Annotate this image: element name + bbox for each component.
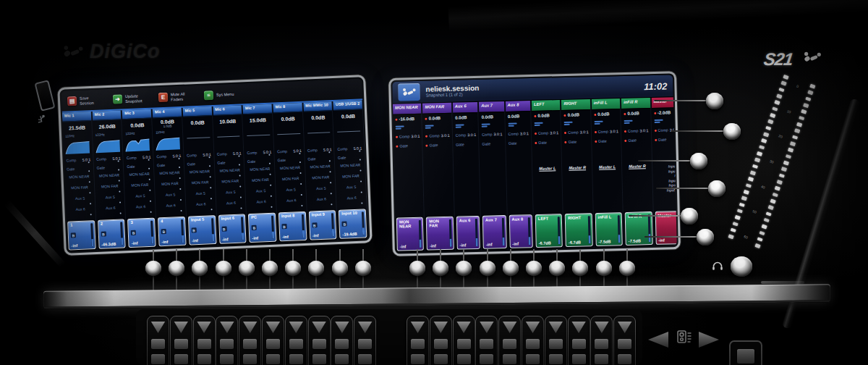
mute-button[interactable] bbox=[266, 339, 280, 349]
eq-display[interactable]: 110Hz bbox=[155, 130, 182, 152]
option-button[interactable] bbox=[737, 349, 754, 364]
channel-name[interactable]: inFill L bbox=[592, 98, 621, 109]
select-arrow-button[interactable] bbox=[479, 321, 494, 334]
select-arrow-button[interactable] bbox=[571, 321, 587, 334]
select-arrow-button[interactable] bbox=[219, 321, 234, 334]
toolbar-button-update-snapshot[interactable]: ➜Update Snapshot bbox=[113, 93, 149, 104]
channel-gain[interactable]: 0.0dB bbox=[532, 111, 561, 121]
send-row-aux-5[interactable]: Aux 5 bbox=[247, 187, 276, 199]
assignable-encoder-knob[interactable] bbox=[706, 93, 723, 109]
send-row-aux-6[interactable]: Aux 6 bbox=[217, 198, 246, 211]
send-row-mon-far[interactable]: MON FAR bbox=[186, 178, 215, 190]
select-arrow-button[interactable] bbox=[502, 321, 517, 334]
send-row-mon-far[interactable]: MON FAR bbox=[125, 181, 154, 193]
send-row-aux-6[interactable]: Aux 6 bbox=[307, 195, 336, 207]
channel-name[interactable]: Aux 6 bbox=[453, 102, 478, 113]
send-row-mon-far[interactable]: MON FAR bbox=[95, 182, 124, 194]
assignable-encoder-knob[interactable] bbox=[697, 229, 714, 246]
channel-encoder-knob[interactable] bbox=[169, 261, 184, 276]
channel-gain[interactable]: 0.0dB bbox=[562, 110, 591, 120]
eq-display[interactable] bbox=[185, 128, 212, 151]
channel-name[interactable]: inFill R bbox=[621, 98, 650, 109]
channel-gain[interactable]: 0.0dB bbox=[621, 109, 650, 119]
assignable-encoder-knob[interactable] bbox=[690, 153, 707, 169]
fader-tile-input-5[interactable]: Input 5B-inf bbox=[188, 215, 216, 246]
send-row-mon-near[interactable]: MON NEAR bbox=[336, 161, 365, 173]
send-row-mon-near[interactable]: MON NEAR bbox=[276, 164, 305, 176]
channel-name[interactable]: Aux 8 bbox=[505, 101, 530, 112]
send-row-aux-6[interactable]: Aux 6 bbox=[277, 196, 306, 209]
channel-encoder-knob[interactable] bbox=[596, 261, 612, 276]
solo-button[interactable] bbox=[595, 354, 608, 364]
mute-button[interactable] bbox=[289, 339, 303, 349]
channel-gain[interactable]: 0.0dB1.0dB bbox=[153, 117, 182, 131]
send-row-mon-near[interactable]: MON NEAR bbox=[306, 162, 335, 175]
channel-encoder-knob[interactable] bbox=[409, 261, 425, 276]
solo-button[interactable] bbox=[480, 354, 493, 364]
send-row-aux-5[interactable]: Aux 5 bbox=[276, 185, 305, 198]
channel-encoder-knob[interactable] bbox=[549, 261, 565, 276]
mute-button[interactable] bbox=[480, 339, 493, 349]
send-row-mon-near[interactable]: MON NEAR bbox=[185, 167, 214, 180]
channel-gain[interactable]: 0.0dB bbox=[333, 109, 362, 123]
comp-row[interactable]: Comp3.0:1 bbox=[393, 131, 422, 141]
eq-display[interactable]: 122Hz bbox=[95, 132, 122, 154]
send-row-mon-far[interactable]: MON FAR bbox=[336, 172, 365, 184]
mute-button[interactable] bbox=[434, 339, 448, 349]
bank-left-button[interactable] bbox=[648, 331, 668, 348]
send-row-aux-5[interactable]: Aux 5 bbox=[156, 190, 185, 203]
comp-row[interactable]: Comp3.0:1 bbox=[480, 130, 505, 140]
channel-gain[interactable]: 21.5dB bbox=[62, 121, 91, 135]
send-row-mon-near[interactable]: MON NEAR bbox=[245, 165, 274, 177]
toolbar-button-save-session[interactable]: ▤Save Session bbox=[67, 95, 103, 106]
send-row-aux-6[interactable]: Aux 6 bbox=[127, 203, 156, 215]
select-arrow-button[interactable] bbox=[433, 321, 448, 334]
channel-gain[interactable]: -16.0dB bbox=[393, 114, 422, 124]
channel-name[interactable]: LEFT bbox=[532, 100, 561, 111]
channel-name[interactable]: Master bbox=[651, 97, 676, 108]
gate-row[interactable]: Gate bbox=[592, 136, 621, 146]
send-row-aux-6[interactable]: Aux 6 bbox=[156, 201, 185, 214]
solo-button[interactable] bbox=[411, 354, 425, 364]
send-row-mon-far[interactable]: MON FAR bbox=[306, 173, 335, 185]
fader-tile-right[interactable]: RIGHT-6.7dB bbox=[565, 213, 593, 247]
solo-button[interactable] bbox=[549, 354, 563, 364]
eq-display[interactable] bbox=[305, 123, 332, 146]
mute-button[interactable] bbox=[618, 339, 631, 349]
mute-button[interactable] bbox=[503, 339, 516, 349]
mute-button[interactable] bbox=[358, 339, 372, 349]
gate-row[interactable]: Gate bbox=[506, 138, 532, 148]
send-row-mon-near[interactable]: MON NEAR bbox=[155, 169, 184, 181]
select-arrow-button[interactable] bbox=[265, 321, 281, 334]
mute-button[interactable] bbox=[312, 339, 326, 349]
phones-level-knob[interactable] bbox=[731, 256, 752, 277]
solo-button[interactable] bbox=[266, 354, 280, 364]
fader-tile-4[interactable]: 4B-inf bbox=[158, 217, 186, 247]
channel-name[interactable]: MON NEAR bbox=[393, 104, 422, 114]
solo-button[interactable] bbox=[503, 354, 516, 364]
comp-row[interactable]: Comp3.0:1 bbox=[454, 130, 479, 140]
channel-encoder-knob[interactable] bbox=[216, 261, 231, 276]
solo-button[interactable] bbox=[289, 354, 303, 364]
assignable-encoder-knob[interactable] bbox=[708, 180, 726, 197]
mute-button[interactable] bbox=[595, 339, 608, 349]
mute-button[interactable] bbox=[549, 339, 563, 349]
gate-row[interactable]: Gate bbox=[532, 138, 561, 148]
eq-display[interactable] bbox=[276, 125, 302, 147]
select-arrow-button[interactable] bbox=[174, 321, 189, 334]
right-touchscreen[interactable]: neliesk.session Snapshot 1 (1 of 2) 11:0… bbox=[388, 71, 681, 256]
assignable-encoder-knob[interactable] bbox=[723, 123, 741, 140]
channel-encoder-knob[interactable] bbox=[239, 261, 255, 276]
solo-button[interactable] bbox=[312, 354, 326, 364]
select-arrow-button[interactable] bbox=[334, 321, 349, 334]
comp-row[interactable]: Comp3.0:1 bbox=[592, 127, 621, 137]
mute-button[interactable] bbox=[411, 339, 425, 349]
fader-tile-mon-near[interactable]: MON NEAR-inf bbox=[396, 217, 425, 251]
send-row-aux-5[interactable]: Aux 5 bbox=[95, 193, 124, 205]
mute-button[interactable] bbox=[526, 339, 540, 349]
solo-button[interactable] bbox=[243, 354, 257, 364]
fader-tile-input-6[interactable]: Input 6B-inf bbox=[218, 214, 246, 244]
channel-gain[interactable]: 0.0dB bbox=[273, 112, 302, 126]
gate-row[interactable]: Gate bbox=[622, 135, 651, 146]
comp-row[interactable]: Comp3.0:1 bbox=[423, 130, 452, 140]
